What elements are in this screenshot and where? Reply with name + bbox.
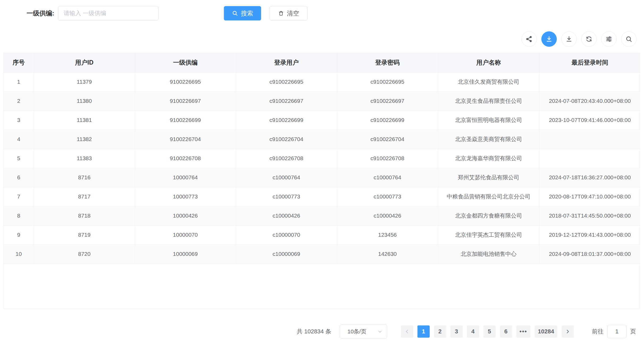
table-cell: 2024-09-08T18:01:37.000+08:00 <box>539 244 640 264</box>
table-cell: 9100226699 <box>135 111 236 130</box>
table-cell: 3 <box>4 111 34 130</box>
table-cell: 10000764 <box>135 168 236 187</box>
export-download-icon <box>565 35 573 43</box>
table-cell: 8717 <box>34 187 135 206</box>
table-cell: 2019-12-12T09:41:43.000+08:00 <box>539 225 640 244</box>
table-cell: c9100226697 <box>337 91 438 111</box>
trash-icon <box>278 10 284 16</box>
column-header: 登录密码 <box>337 53 438 72</box>
table-cell: 10000069 <box>135 244 236 264</box>
clear-button[interactable]: 清空 <box>270 6 307 20</box>
table-cell: c9100226704 <box>337 130 438 149</box>
user-table-container: 序号用户ID一级供编登录用户登录密码用户名称最后登录时间 11137991002… <box>3 53 640 309</box>
table-cell: 142630 <box>337 244 438 264</box>
table-cell: c10000069 <box>236 244 337 264</box>
search-input[interactable] <box>58 6 158 20</box>
sliders-icon <box>605 35 613 43</box>
table-cell: 11383 <box>34 149 135 168</box>
table-row: 9871910000070c10000070123456北京佳宇英杰工贸有限公司… <box>4 225 640 244</box>
table-cell: c10000426 <box>337 206 438 225</box>
table-cell: 9 <box>4 225 34 244</box>
download-icon <box>545 35 553 43</box>
pagination-bar: 共 102834 条 10条/页 123456 ••• 10284 前往 页 <box>297 325 636 338</box>
table-cell: c10000773 <box>236 187 337 206</box>
download-button-primary[interactable] <box>541 31 557 47</box>
table-cell: 5 <box>4 149 34 168</box>
table-cell: 北京金都四方食糖有限公司 <box>438 206 539 225</box>
page-button-1[interactable]: 1 <box>417 325 430 338</box>
table-cell: 2024-07-18T16:36:27.000+08:00 <box>539 168 640 187</box>
table-row: 5113839100226708c9100226708c9100226708北京… <box>4 149 640 168</box>
clear-button-label: 清空 <box>287 9 299 18</box>
table-cell: 8720 <box>34 244 135 264</box>
more-pages-button[interactable]: ••• <box>516 325 530 338</box>
table-cell: 北京灵生食品有限责任公司 <box>438 91 539 111</box>
search-icon <box>232 10 238 16</box>
table-cell: 10000070 <box>135 225 236 244</box>
refresh-icon <box>585 35 593 43</box>
refresh-button[interactable] <box>581 31 597 47</box>
prev-page-button[interactable] <box>401 325 413 338</box>
table-cell: 1 <box>4 72 34 91</box>
column-header: 一级供编 <box>135 53 236 72</box>
table-cell: c9100226699 <box>236 111 337 130</box>
table-cell: 2020-08-17T09:47:10.000+08:00 <box>539 187 640 206</box>
table-cell: c9100226697 <box>236 91 337 111</box>
table-cell: 2024-07-08T20:43:40.000+08:00 <box>539 91 640 111</box>
column-header: 用户ID <box>34 53 135 72</box>
table-cell: 2023-10-07T09:41:46.000+08:00 <box>539 111 640 130</box>
page-button-4[interactable]: 4 <box>467 325 479 338</box>
column-header: 序号 <box>4 53 34 72</box>
table-cell <box>539 149 640 168</box>
table-row: 4113829100226704c9100226704c9100226704北京… <box>4 130 640 149</box>
table-cell: 10000426 <box>135 206 236 225</box>
table-row: 3113819100226699c9100226699c9100226699北京… <box>4 111 640 130</box>
table-cell: 9100226697 <box>135 91 236 111</box>
table-cell: 9100226708 <box>135 149 236 168</box>
search-form: 一级供编: 搜索 清空 <box>27 6 307 21</box>
table-cell: 2018-07-31T14:45:50.000+08:00 <box>539 206 640 225</box>
column-search-button[interactable] <box>621 31 637 47</box>
table-cell: 11379 <box>34 72 135 91</box>
table-cell: 11382 <box>34 130 135 149</box>
table-cell: c10000070 <box>236 225 337 244</box>
table-cell: 北京佳宇英杰工贸有限公司 <box>438 225 539 244</box>
table-cell: 2 <box>4 91 34 111</box>
page-button-5[interactable]: 5 <box>483 325 496 338</box>
table-cell: 9100226704 <box>135 130 236 149</box>
next-page-button[interactable] <box>562 325 574 338</box>
goto-label: 前往 <box>592 328 604 336</box>
table-cell: 北京佳久发商贸有限公司 <box>438 72 539 91</box>
total-count-label: 共 102834 条 <box>297 328 331 336</box>
chevron-down-icon <box>377 329 383 334</box>
table-cell: 8718 <box>34 206 135 225</box>
export-button[interactable] <box>561 31 577 47</box>
table-cell: 郑州艾瑟伦食品有限公司 <box>438 168 539 187</box>
page-size-select[interactable]: 10条/页 <box>340 325 387 338</box>
table-cell: 8716 <box>34 168 135 187</box>
table-row: 6871610000764c10000764c10000764郑州艾瑟伦食品有限… <box>4 168 640 187</box>
table-cell: c9100226695 <box>236 72 337 91</box>
table-cell: 北京龙海嘉华商贸有限公司 <box>438 149 539 168</box>
page-size-value: 10条/页 <box>348 328 366 335</box>
share-button[interactable] <box>521 31 537 47</box>
goto-page: 前往 页 <box>592 325 636 338</box>
table-row: 7871710000773c10000773c10000773中粮食品营销有限公… <box>4 187 640 206</box>
table-row: 8871810000426c10000426c10000426北京金都四方食糖有… <box>4 206 640 225</box>
share-icon <box>525 35 533 43</box>
page-button-6[interactable]: 6 <box>500 325 512 338</box>
goto-page-input[interactable] <box>607 325 626 338</box>
table-cell: 123456 <box>337 225 438 244</box>
filter-button[interactable] <box>601 31 617 47</box>
table-cell <box>539 130 640 149</box>
magnifier-icon <box>625 35 633 43</box>
page-button-3[interactable]: 3 <box>450 325 463 338</box>
search-button[interactable]: 搜索 <box>224 6 261 20</box>
search-field-label: 一级供编: <box>27 9 54 18</box>
last-page-button[interactable]: 10284 <box>535 325 557 338</box>
table-cell: c9100226704 <box>236 130 337 149</box>
page-button-2[interactable]: 2 <box>434 325 446 338</box>
table-cell: 9100226695 <box>135 72 236 91</box>
table-cell: c10000773 <box>337 187 438 206</box>
table-cell: 4 <box>4 130 34 149</box>
